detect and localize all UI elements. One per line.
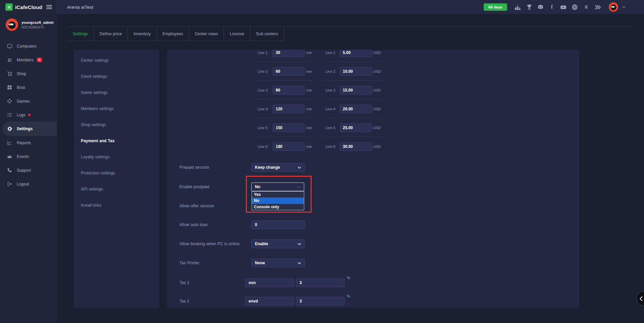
- tab-define-price[interactable]: Define price: [94, 27, 128, 41]
- option-yes[interactable]: Yes: [252, 192, 304, 198]
- globe-icon[interactable]: [572, 4, 578, 10]
- nav-game-settings[interactable]: Game settings: [74, 85, 159, 101]
- tab-bar: Settings Define price Inventory Employee…: [67, 27, 284, 41]
- minutes-input[interactable]: [273, 86, 305, 95]
- currency-label: USD: [373, 69, 381, 73]
- allow-booking-select[interactable]: Enable: [251, 239, 305, 248]
- license-days-badge[interactable]: 66 days: [484, 3, 507, 11]
- sidebar-item-label: Boot: [17, 85, 25, 90]
- tax-printer-select[interactable]: None: [251, 259, 305, 267]
- youtube-icon[interactable]: [560, 4, 567, 10]
- tax2-name-input[interactable]: [245, 297, 294, 306]
- minutes-input[interactable]: [273, 123, 305, 132]
- selected-value: Enable: [255, 241, 268, 246]
- prepaid-session-select[interactable]: Keep change: [251, 163, 305, 172]
- tab-sub-centers[interactable]: Sub centers: [250, 27, 284, 41]
- percent-label: %: [347, 276, 350, 280]
- logs-alert-dot: [28, 114, 31, 116]
- tab-license[interactable]: License: [224, 27, 250, 41]
- sidebar-item-label: Support: [17, 168, 31, 173]
- sidebar-item-reports[interactable]: Reports: [0, 136, 57, 150]
- sidebar-item-shop[interactable]: Shop: [0, 67, 57, 80]
- ranking-icon[interactable]: [515, 4, 521, 10]
- chevron-down-icon: [298, 166, 301, 169]
- chevron-down-icon: [297, 186, 301, 188]
- center-name: Arena aiTest: [67, 5, 94, 10]
- price-input[interactable]: [340, 67, 372, 76]
- gear-icon: [7, 126, 12, 131]
- sidebar-item-label: Logout: [17, 182, 29, 186]
- tab-inventory[interactable]: Inventory: [128, 27, 157, 41]
- currency-label: USD: [373, 88, 381, 92]
- allow-auto-loan-input[interactable]: [251, 220, 305, 229]
- price-input[interactable]: [340, 123, 372, 132]
- percent-label: %: [347, 294, 350, 298]
- field-label: Enable postpaid: [179, 184, 209, 189]
- tax1-rate-input[interactable]: [296, 278, 345, 287]
- sidebar-item-label: Settings: [17, 126, 33, 131]
- sidebar-item-games[interactable]: Games: [0, 94, 57, 108]
- price-input[interactable]: [340, 86, 372, 95]
- tax2-rate-input[interactable]: [296, 297, 345, 306]
- price-input[interactable]: [340, 50, 372, 57]
- sidebar-avatar: [6, 18, 18, 31]
- user-avatar[interactable]: [609, 2, 618, 12]
- minutes-input[interactable]: [273, 67, 305, 76]
- icafecloud-mark-icon[interactable]: i2: [583, 4, 589, 10]
- currency-label: USD: [373, 126, 381, 130]
- tab-center-news[interactable]: Center news: [189, 27, 224, 41]
- nav-payment-and-tax[interactable]: Payment and Tax: [74, 133, 159, 149]
- price-input[interactable]: [340, 142, 372, 151]
- unit-label: min: [306, 88, 312, 92]
- main-area: Settings Define price Inventory Employee…: [57, 14, 644, 323]
- facebook-icon[interactable]: f: [549, 4, 555, 10]
- hamburger-menu-icon[interactable]: [46, 4, 52, 10]
- tax1-name-input[interactable]: [245, 278, 294, 287]
- nav-protection-settings[interactable]: Protection settings: [74, 165, 159, 181]
- tax2-row: Tax 2 %: [167, 297, 579, 306]
- price-input[interactable]: [340, 105, 372, 113]
- nav-loyalty-settings[interactable]: Loyalty settings: [74, 149, 159, 165]
- minutes-input[interactable]: [273, 105, 305, 113]
- sidebar-item-settings[interactable]: Settings: [2, 122, 57, 136]
- option-console-only[interactable]: Console only: [252, 204, 304, 210]
- nav-shop-settings[interactable]: Shop settings: [74, 117, 159, 133]
- enable-postpaid-select[interactable]: No: [251, 182, 304, 191]
- phone-icon: [7, 168, 12, 173]
- line-label: Line 2: [325, 69, 335, 73]
- nav-members-settings[interactable]: Members settings: [74, 101, 159, 117]
- currency-label: USD: [373, 107, 381, 111]
- sidebar-item-support[interactable]: Support: [0, 163, 57, 177]
- line-label: Line 5: [258, 126, 268, 130]
- nav-client-settings[interactable]: Client settings: [74, 68, 159, 85]
- tab-settings[interactable]: Settings: [67, 27, 94, 41]
- discord-icon[interactable]: [537, 4, 544, 10]
- chevron-down-icon[interactable]: [622, 6, 626, 8]
- gamepad-icon: [7, 99, 12, 104]
- trophy-icon[interactable]: [526, 4, 532, 10]
- tab-employees[interactable]: Employees: [157, 27, 189, 41]
- line-label: Line 1: [325, 51, 335, 55]
- sidebar-item-label: Events: [17, 154, 29, 159]
- layers-icon[interactable]: [594, 4, 601, 10]
- sidebar-user-block[interactable]: youngzsoft_admin 005193482475: [0, 14, 57, 35]
- sidebar-item-members[interactable]: Members 2: [0, 53, 57, 67]
- nav-install-links[interactable]: Install links: [74, 197, 159, 213]
- option-no[interactable]: No: [252, 198, 304, 204]
- sidebar-item-events[interactable]: Events: [0, 150, 57, 163]
- selected-value: No: [255, 184, 260, 189]
- minutes-input[interactable]: [273, 142, 305, 151]
- unit-label: min: [306, 126, 312, 130]
- sidebar-menu: Computers Members 2 Shop Boot Games Logs…: [0, 39, 57, 191]
- nav-api-settings[interactable]: API settings: [74, 181, 159, 197]
- brand-name: iCafeCloud: [15, 4, 42, 10]
- line-label: Line 6: [325, 145, 335, 149]
- minutes-input[interactable]: [273, 50, 305, 57]
- line-label: Line 1: [258, 51, 268, 55]
- sidebar-item-logs[interactable]: Logs: [0, 108, 57, 122]
- nav-center-settings[interactable]: Center settings: [74, 52, 159, 68]
- sidebar-item-boot[interactable]: Boot: [0, 80, 57, 94]
- sidebar-item-logout[interactable]: Logout: [0, 177, 57, 191]
- sidebar-item-computers[interactable]: Computers: [0, 39, 57, 53]
- line-label: Line 6: [258, 145, 268, 149]
